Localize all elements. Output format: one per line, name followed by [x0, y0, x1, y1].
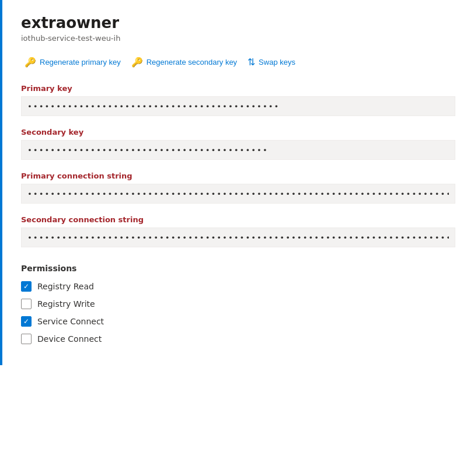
permission-item-service-connect: Service Connect: [21, 316, 455, 327]
primary-conn-label: Primary connection string: [21, 172, 455, 180]
permissions-title: Permissions: [21, 264, 455, 273]
secondary-key-label: Secondary key: [21, 128, 455, 136]
secondary-key-section: Secondary key: [21, 128, 455, 160]
permissions-list: Registry ReadRegistry WriteService Conne…: [21, 281, 455, 344]
checkbox-registry-write[interactable]: [21, 299, 32, 309]
regenerate-primary-label: Regenerate primary key: [40, 58, 121, 66]
swap-keys-label: Swap keys: [259, 58, 295, 66]
secondary-conn-input[interactable]: [21, 228, 455, 247]
permission-item-registry-read: Registry Read: [21, 281, 455, 292]
regenerate-secondary-button[interactable]: 🔑 Regenerate secondary key: [128, 54, 241, 70]
subtitle: iothub-service-test-weu-ih: [21, 34, 455, 43]
toolbar: 🔑 Regenerate primary key 🔑 Regenerate se…: [21, 54, 455, 70]
regenerate-primary-button[interactable]: 🔑 Regenerate primary key: [21, 54, 124, 70]
secondary-conn-section: Secondary connection string: [21, 215, 455, 247]
permission-item-registry-write: Registry Write: [21, 299, 455, 309]
regenerate-secondary-icon: 🔑: [131, 57, 143, 68]
primary-key-section: Primary key: [21, 84, 455, 116]
regenerate-secondary-label: Regenerate secondary key: [147, 58, 237, 66]
permission-label-device-connect: Device Connect: [37, 334, 102, 344]
permission-label-registry-write: Registry Write: [37, 299, 95, 309]
primary-key-input[interactable]: [21, 96, 455, 116]
swap-keys-button[interactable]: ⇅ Swap keys: [244, 54, 299, 70]
permission-label-service-connect: Service Connect: [37, 317, 104, 326]
primary-conn-input[interactable]: [21, 184, 455, 204]
secondary-key-input[interactable]: [21, 140, 455, 160]
permissions-section: Permissions Registry ReadRegistry WriteS…: [21, 264, 455, 344]
checkbox-device-connect[interactable]: [21, 334, 32, 344]
permission-item-device-connect: Device Connect: [21, 334, 455, 344]
page-title: extraowner: [21, 14, 455, 32]
primary-key-label: Primary key: [21, 84, 455, 93]
checkbox-service-connect[interactable]: [21, 316, 32, 327]
regenerate-primary-icon: 🔑: [25, 57, 36, 68]
checkbox-registry-read[interactable]: [21, 281, 32, 292]
swap-keys-icon: ⇅: [248, 57, 255, 68]
secondary-conn-label: Secondary connection string: [21, 215, 455, 224]
primary-conn-section: Primary connection string: [21, 172, 455, 204]
main-container: extraowner iothub-service-test-weu-ih 🔑 …: [0, 0, 474, 365]
permission-label-registry-read: Registry Read: [37, 282, 94, 291]
